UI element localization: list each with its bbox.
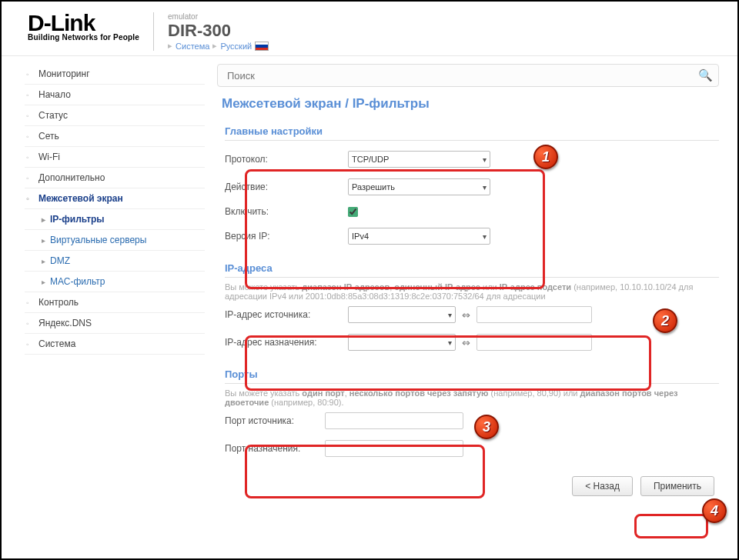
sidebar-item-system[interactable]: ◦Система xyxy=(25,334,205,355)
sidebar-item-network[interactable]: ◦Сеть xyxy=(25,126,205,147)
search-icon[interactable]: 🔍 xyxy=(698,68,713,82)
section-ip-addresses: IP-адреса Вы можете указать диапазон IP-… xyxy=(225,262,719,356)
flag-russia-icon xyxy=(255,42,269,51)
range-icon: ⇔ xyxy=(462,337,470,348)
select-value: TCP/UDP xyxy=(352,155,389,164)
chevron-right-icon: ▸ xyxy=(42,257,45,265)
bullet-icon: ◦ xyxy=(26,319,34,328)
dest-port-input[interactable] xyxy=(325,440,463,457)
breadcrumb-system[interactable]: Система xyxy=(176,42,209,51)
emulator-label: emulator xyxy=(168,12,269,21)
sidebar-item-advanced[interactable]: ◦Дополнительно xyxy=(25,168,205,188)
divider xyxy=(153,12,154,51)
breadcrumb-language[interactable]: Русский xyxy=(220,42,252,51)
section-title: Главные настройки xyxy=(225,125,719,141)
back-button[interactable]: < Назад xyxy=(572,476,633,496)
source-ip-input[interactable] xyxy=(477,306,592,323)
bullet-icon: ◦ xyxy=(26,132,34,141)
annotation-marker: 1 xyxy=(533,145,558,169)
ipversion-select[interactable]: IPv4 xyxy=(348,228,490,245)
logo-tagline: Building Networks for People xyxy=(28,33,139,42)
logo: D-Link Building Networks for People xyxy=(28,12,139,42)
ipversion-label: Версия IP: xyxy=(225,231,348,242)
section-main-settings: Главные настройки Протокол: TCP/UDP Дейс… xyxy=(225,125,719,250)
highlight-box xyxy=(634,514,708,538)
bullet-icon: ◦ xyxy=(26,91,34,99)
bullet-icon: ◦ xyxy=(26,298,34,307)
sidebar-sub-ip-filters[interactable]: ▸IP-фильтры xyxy=(25,209,205,230)
bullet-icon: ◦ xyxy=(26,340,34,348)
select-value: IPv4 xyxy=(352,232,369,241)
page-title: Межсетевой экран / IP-фильтры xyxy=(222,96,719,112)
chevron-right-icon: ▸ xyxy=(212,41,217,51)
model-label: DIR-300 xyxy=(168,21,269,41)
logo-text: D-Link xyxy=(28,12,139,33)
expand-icon: ◦ xyxy=(26,194,34,203)
protocol-select[interactable]: TCP/UDP xyxy=(348,151,490,168)
bullet-icon: ◦ xyxy=(26,112,34,120)
search-input[interactable] xyxy=(217,64,719,87)
sidebar-item-label: Яндекс.DNS xyxy=(38,318,92,328)
sidebar-item-label: Виртуальные серверы xyxy=(50,235,146,245)
sidebar-item-label: DMZ xyxy=(50,255,70,266)
sidebar-sub-mac-filter[interactable]: ▸МАС-фильтр xyxy=(25,272,205,292)
enable-label: Включить: xyxy=(225,206,348,217)
source-ip-select[interactable] xyxy=(348,306,456,323)
search-bar: 🔍 xyxy=(217,64,719,87)
sidebar-item-monitoring[interactable]: ◦Мониторинг xyxy=(25,64,205,85)
sidebar-item-yandexdns[interactable]: ◦Яндекс.DNS xyxy=(25,313,205,334)
section-description: Вы можете указать один порт, несколько п… xyxy=(225,388,719,407)
model-box: emulator DIR-300 ▸ Система ▸ Русский xyxy=(168,12,269,51)
bullet-icon: ◦ xyxy=(26,174,34,182)
annotation-marker: 2 xyxy=(653,308,677,333)
dest-port-label: Порт назначения: xyxy=(225,443,325,454)
sidebar-item-label: МАС-фильтр xyxy=(50,276,105,287)
section-title: Порты xyxy=(225,368,719,384)
section-description: Вы можете указать диапазон IP-адресов, о… xyxy=(225,282,719,301)
chevron-right-icon: ▸ xyxy=(42,236,45,245)
bullet-icon: ◦ xyxy=(26,153,34,162)
source-port-label: Порт источника: xyxy=(225,415,325,426)
range-icon: ⇔ xyxy=(462,309,470,321)
sidebar-item-status[interactable]: ◦Статус xyxy=(25,105,205,126)
apply-button[interactable]: Применить xyxy=(640,476,714,496)
main-content: 🔍 Межсетевой экран / IP-фильтры Главные … xyxy=(209,56,737,504)
sidebar-item-label: Wi-Fi xyxy=(38,152,60,162)
sidebar-sub-virtual-servers[interactable]: ▸Виртуальные серверы xyxy=(25,230,205,251)
section-title: IP-адреса xyxy=(225,262,719,278)
sidebar-item-wifi[interactable]: ◦Wi-Fi xyxy=(25,147,205,168)
chevron-right-icon: ▸ xyxy=(42,215,45,224)
sidebar-item-label: Сеть xyxy=(38,131,59,142)
annotation-marker: 4 xyxy=(702,498,727,523)
header: D-Link Building Networks for People emul… xyxy=(2,2,737,56)
breadcrumb: ▸ Система ▸ Русский xyxy=(168,41,269,51)
chevron-right-icon: ▸ xyxy=(42,278,45,286)
sidebar-item-label: Мониторинг xyxy=(38,68,90,79)
source-port-input[interactable] xyxy=(325,412,463,429)
sidebar-item-label: Система xyxy=(38,338,75,349)
chevron-right-icon: ▸ xyxy=(168,41,172,51)
sidebar-item-firewall[interactable]: ◦Межсетевой экран xyxy=(25,188,205,209)
annotation-marker: 3 xyxy=(474,415,499,439)
enable-checkbox[interactable] xyxy=(348,207,358,217)
section-ports: Порты Вы можете указать один порт, неско… xyxy=(225,368,719,462)
sidebar: ◦Мониторинг ◦Начало ◦Статус ◦Сеть ◦Wi-Fi… xyxy=(2,56,209,504)
select-value: Разрешить xyxy=(352,182,395,192)
sidebar-item-label: Статус xyxy=(38,110,68,121)
source-ip-label: IP-адрес источника: xyxy=(225,309,348,320)
sidebar-item-label: Дополнительно xyxy=(38,172,105,183)
action-label: Действие: xyxy=(225,182,348,192)
bullet-icon: ◦ xyxy=(26,70,34,78)
sidebar-item-label: IP-фильтры xyxy=(50,214,105,225)
dest-ip-input[interactable] xyxy=(477,334,592,351)
sidebar-sub-dmz[interactable]: ▸DMZ xyxy=(25,251,205,272)
button-bar: < Назад Применить xyxy=(217,476,714,496)
dest-ip-select[interactable] xyxy=(348,334,456,351)
sidebar-item-start[interactable]: ◦Начало xyxy=(25,85,205,105)
sidebar-item-label: Межсетевой экран xyxy=(38,193,123,204)
sidebar-item-control[interactable]: ◦Контроль xyxy=(25,292,205,313)
action-select[interactable]: Разрешить xyxy=(348,178,490,195)
sidebar-item-label: Начало xyxy=(38,89,71,100)
sidebar-item-label: Контроль xyxy=(38,297,79,308)
protocol-label: Протокол: xyxy=(225,154,348,165)
